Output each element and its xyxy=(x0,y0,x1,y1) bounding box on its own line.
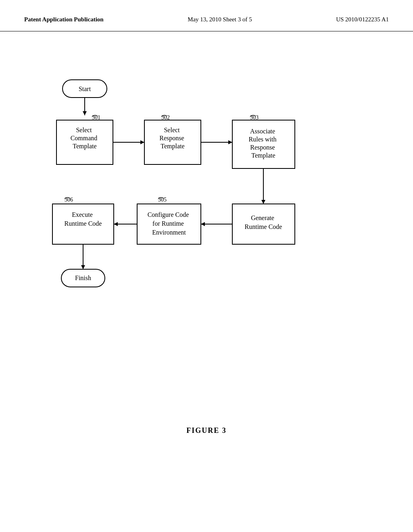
svg-marker-13 xyxy=(228,140,232,144)
diagram-container: Start 301 Select Command Template 302 Se… xyxy=(0,56,413,418)
svg-marker-23 xyxy=(201,222,205,226)
svg-text:Finish: Finish xyxy=(75,274,91,281)
svg-marker-18 xyxy=(261,200,265,204)
header-patent-number: US 2010/0122235 A1 xyxy=(336,16,389,23)
header-date-sheet: May 13, 2010 Sheet 3 of 5 xyxy=(188,16,252,23)
svg-marker-33 xyxy=(81,265,85,269)
svg-marker-3 xyxy=(83,111,87,115)
svg-text:Start: Start xyxy=(79,85,91,92)
figure-label: FIGURE 3 xyxy=(0,426,413,435)
page-header: Patent Application Publication May 13, 2… xyxy=(0,0,413,31)
svg-marker-8 xyxy=(140,140,144,144)
svg-text:Configure Code
      for Runti: Configure Code for Runtime Environment xyxy=(148,211,191,236)
header-title: Patent Application Publication xyxy=(24,16,104,23)
flowchart-diagram: Start 301 Select Command Template 302 Se… xyxy=(0,56,413,418)
svg-marker-28 xyxy=(114,222,118,226)
